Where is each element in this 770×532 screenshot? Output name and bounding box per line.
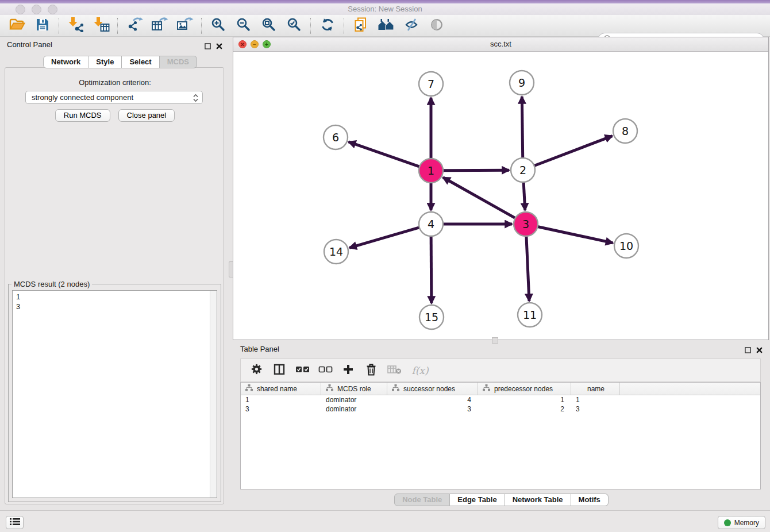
table-cell: 2 xyxy=(478,404,571,414)
graph-node-3[interactable]: 3 xyxy=(514,212,538,236)
column-header-name[interactable]: name xyxy=(571,383,620,395)
function-builder-icon: f(x) xyxy=(411,365,428,376)
network-maximize-button[interactable]: + xyxy=(263,40,271,48)
graph-edge-4-14[interactable] xyxy=(349,228,419,248)
export-image-button[interactable] xyxy=(172,17,198,35)
zoom-selected-button[interactable] xyxy=(282,17,307,35)
graph-edge-2-9[interactable] xyxy=(522,97,522,158)
export-table-button[interactable] xyxy=(147,17,172,35)
toggle-annotations-button[interactable] xyxy=(399,17,424,35)
open-file-button[interactable] xyxy=(5,17,30,35)
table-row[interactable]: 1dominator411 xyxy=(241,395,760,404)
tab-edge-table[interactable]: Edge Table xyxy=(450,494,505,506)
graph-node-8[interactable]: 8 xyxy=(613,119,637,143)
graph-edge-2-8[interactable] xyxy=(534,136,613,166)
network-window-titlebar[interactable]: ✕ − + scc.txt xyxy=(233,37,768,52)
add-column-button[interactable] xyxy=(338,362,358,379)
save-session-button[interactable] xyxy=(30,17,55,35)
graph-node-9[interactable]: 9 xyxy=(510,71,534,95)
save-session-icon xyxy=(36,18,49,34)
tab-node-table[interactable]: Node Table xyxy=(394,494,450,506)
criterion-select[interactable]: strongly connected component xyxy=(25,91,203,104)
close-table-panel-icon[interactable] xyxy=(755,346,763,354)
network-close-button[interactable]: ✕ xyxy=(238,40,247,48)
zoom-fit-button[interactable] xyxy=(256,17,282,35)
toolbar-separator xyxy=(344,18,345,34)
tab-select[interactable]: Select xyxy=(122,56,159,68)
zoom-out-button[interactable] xyxy=(231,17,256,35)
graph-node-2[interactable]: 2 xyxy=(511,158,535,182)
toolbar-separator xyxy=(201,18,202,34)
show-columns-button[interactable] xyxy=(270,362,289,379)
table-toolbar: f(x) xyxy=(240,358,761,382)
delete-columns-button[interactable] xyxy=(361,362,381,379)
graph-node-1[interactable]: 1 xyxy=(419,159,443,183)
graph-node-11[interactable]: 11 xyxy=(518,303,542,327)
select-all-columns-button[interactable] xyxy=(292,362,312,379)
column-header-predecessor-nodes[interactable]: predecessor nodes xyxy=(478,383,571,395)
graph-node-4[interactable]: 4 xyxy=(419,212,443,236)
function-builder-button[interactable]: f(x) xyxy=(407,362,433,379)
column-header-mcds-role[interactable]: MCDS role xyxy=(321,383,387,395)
run-mcds-button[interactable]: Run MCDS xyxy=(55,109,110,122)
status-bar: Memory xyxy=(0,510,770,532)
zoom-in-button[interactable] xyxy=(206,17,231,35)
delete-table-button[interactable] xyxy=(384,362,404,379)
table-row[interactable]: 3dominator323 xyxy=(241,404,760,414)
graph-edge-1-6[interactable] xyxy=(349,142,420,167)
graph-edge-2-3[interactable] xyxy=(523,182,525,210)
graph-node-15[interactable]: 15 xyxy=(419,305,444,329)
first-neighbors-button[interactable] xyxy=(374,17,399,35)
memory-button-label: Memory xyxy=(734,519,759,527)
table-settings-button[interactable] xyxy=(247,362,266,379)
graph-edge-4-15[interactable] xyxy=(431,236,432,303)
clone-network-button[interactable] xyxy=(348,17,374,35)
table-cell: 3 xyxy=(387,404,478,414)
graph-node-7[interactable]: 7 xyxy=(419,72,443,96)
result-scrollbar[interactable] xyxy=(210,291,217,498)
graphics-details-button[interactable] xyxy=(424,17,449,35)
columns-icon xyxy=(274,364,285,377)
graphics-details-icon xyxy=(430,18,444,34)
graph-node-14[interactable]: 14 xyxy=(324,240,348,264)
graph-edge-3-1[interactable] xyxy=(443,178,515,218)
network-minimize-button[interactable]: − xyxy=(251,40,259,48)
task-history-button[interactable] xyxy=(6,516,24,529)
network-canvas[interactable]: 1234678910111415 xyxy=(233,52,768,340)
refresh-view-icon xyxy=(320,17,335,34)
column-header-shared-name[interactable]: shared name xyxy=(241,383,321,395)
window-minimize-button[interactable] xyxy=(32,5,41,14)
table-cell: 4 xyxy=(387,395,478,404)
graph-edge-3-10[interactable] xyxy=(538,226,613,242)
tab-motifs[interactable]: Motifs xyxy=(571,494,609,506)
import-network-button[interactable] xyxy=(63,17,88,35)
table-cell: dominator xyxy=(321,404,387,414)
mcds-result-item: 3 xyxy=(16,302,217,311)
window-close-button[interactable] xyxy=(16,5,25,14)
tab-network-table[interactable]: Network Table xyxy=(505,494,571,506)
memory-button[interactable]: Memory xyxy=(718,516,765,529)
close-panel-icon[interactable] xyxy=(215,42,223,50)
tab-mcds[interactable]: MCDS xyxy=(160,56,197,68)
float-table-panel-icon[interactable] xyxy=(744,346,752,354)
sort-tree-icon xyxy=(483,384,490,393)
mcds-result-list[interactable]: 13 xyxy=(12,290,217,498)
tab-style[interactable]: Style xyxy=(88,56,122,68)
mcds-result-title: MCDS result (2 nodes) xyxy=(11,280,92,288)
refresh-view-button[interactable] xyxy=(315,17,340,35)
graph-node-10[interactable]: 10 xyxy=(614,234,638,258)
window-zoom-button[interactable] xyxy=(48,5,57,14)
graph-node-6[interactable]: 6 xyxy=(324,125,348,149)
export-network-button[interactable] xyxy=(122,17,147,35)
unselect-all-columns-button[interactable] xyxy=(315,362,335,379)
table-cell: dominator xyxy=(321,395,387,404)
column-header-successor-nodes[interactable]: successor nodes xyxy=(387,383,478,395)
toolbar-separator xyxy=(310,18,311,34)
float-panel-icon[interactable] xyxy=(203,42,211,50)
graph-edge-3-11[interactable] xyxy=(526,236,529,301)
close-panel-button[interactable]: Close panel xyxy=(118,109,175,122)
tab-network[interactable]: Network xyxy=(43,56,88,68)
graph-edge-1-2[interactable] xyxy=(443,170,509,171)
graph-node-label: 14 xyxy=(329,245,343,258)
import-table-button[interactable] xyxy=(88,17,114,35)
